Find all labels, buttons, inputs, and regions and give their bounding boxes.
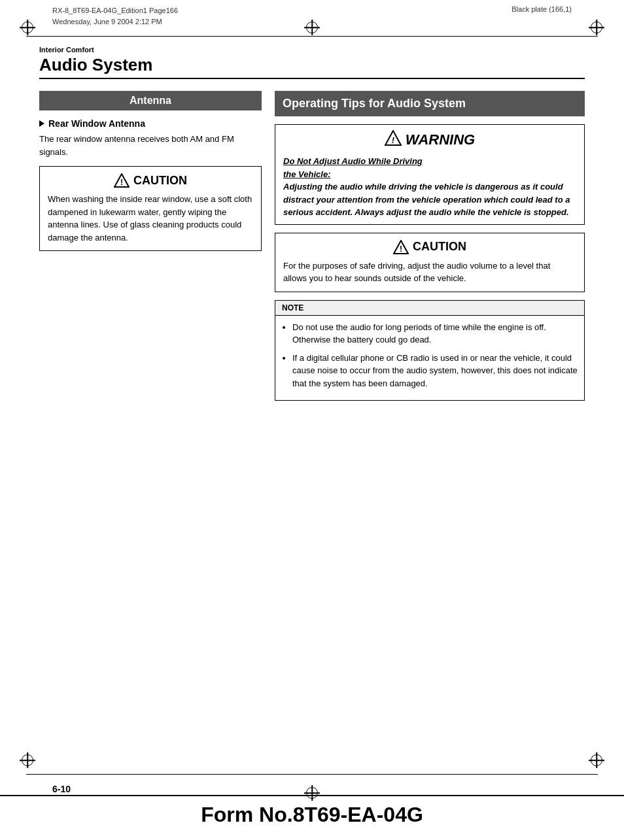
svg-text:!: ! [120, 178, 123, 187]
page-number: 6-10 [52, 784, 71, 794]
reg-mark-top-right [589, 20, 604, 35]
svg-text:!: ! [400, 244, 402, 254]
note-list: Do not use the audio for long periods of… [292, 321, 578, 390]
right-caution-text: For the purposes of safe driving, adjust… [283, 260, 576, 285]
right-caution-header: ! CAUTION [283, 240, 576, 254]
left-caution-text: When washing the inside rear window, use… [48, 193, 253, 244]
warning-title: Do Not Adjust Audio While Driving the Ve… [283, 156, 423, 179]
right-caution-box: ! CAUTION For the purposes of safe drivi… [275, 233, 585, 292]
header-left: RX-8_8T69-EA-04G_Edition1 Page166 Wednes… [52, 5, 178, 27]
note-box: NOTE Do not use the audio for long perio… [275, 300, 585, 401]
triangle-bullet-icon [39, 120, 44, 127]
section-divider [39, 78, 585, 79]
antenna-header: Antenna [39, 91, 262, 110]
caution-triangle-icon: ! [114, 173, 130, 188]
left-column: Antenna Rear Window Antenna The rear win… [39, 91, 262, 409]
top-divider [26, 36, 598, 37]
section-label: Interior Comfort [39, 46, 585, 54]
svg-text:!: ! [392, 135, 395, 145]
left-caution-label: CAUTION [133, 174, 187, 188]
right-column: Operating Tips for Audio System ! WARNIN… [275, 91, 585, 409]
left-caution-box: ! CAUTION When washing the inside rear w… [39, 166, 262, 251]
reg-mark-bottom-right [589, 752, 604, 768]
form-number: Form No.8T69-EA-04G [0, 795, 624, 827]
warning-text: Adjusting the audio while driving the ve… [283, 182, 570, 217]
main-content: Interior Comfort Audio System Antenna Re… [39, 46, 585, 768]
bottom-divider [26, 774, 598, 775]
warning-header: ! WARNING [283, 130, 576, 150]
warning-label: WARNING [406, 131, 475, 148]
warning-triangle-icon: ! [385, 130, 402, 150]
warning-body: Do Not Adjust Audio While Driving the Ve… [283, 155, 576, 219]
ops-header: Operating Tips for Audio System [275, 91, 585, 116]
subsection-title-text: Rear Window Antenna [48, 118, 145, 129]
reg-mark-bottom-left [20, 752, 35, 768]
antenna-body-text: The rear window antenna receives both AM… [39, 133, 262, 158]
right-caution-label: CAUTION [413, 240, 466, 254]
warning-box: ! WARNING Do Not Adjust Audio While Driv… [275, 124, 585, 225]
subsection-title: Rear Window Antenna [39, 118, 262, 129]
header-filename: RX-8_8T69-EA-04G_Edition1 Page166 [52, 5, 178, 16]
two-col-layout: Antenna Rear Window Antenna The rear win… [39, 91, 585, 409]
section-title: Audio System [39, 55, 585, 75]
note-item-1: Do not use the audio for long periods of… [292, 321, 578, 346]
header-plate: Black plate (166,1) [511, 5, 572, 13]
note-body: Do not use the audio for long periods of… [275, 316, 584, 401]
header-date: Wednesday, June 9 2004 2:12 PM [52, 16, 178, 27]
header-right: Black plate (166,1) [511, 5, 572, 13]
right-caution-triangle-icon: ! [393, 240, 409, 254]
note-item-2: If a digital cellular phone or CB radio … [292, 352, 578, 390]
reg-mark-top-left [20, 20, 35, 35]
left-caution-header: ! CAUTION [48, 173, 253, 188]
note-label: NOTE [275, 301, 584, 316]
page-header: RX-8_8T69-EA-04G_Edition1 Page166 Wednes… [52, 5, 572, 27]
